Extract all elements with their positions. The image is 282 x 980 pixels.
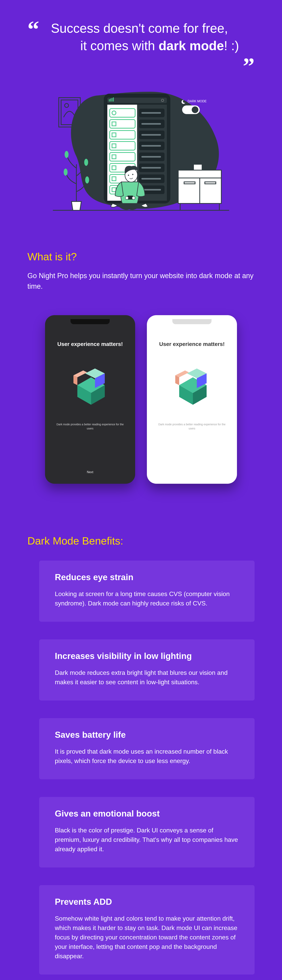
benefit-title: Increases visibility in low lighting — [55, 651, 239, 661]
svg-rect-11 — [110, 99, 111, 102]
svg-rect-34 — [141, 112, 161, 114]
benefit-card: Saves battery lifeIt is proved that dark… — [39, 718, 255, 779]
svg-point-67 — [128, 175, 129, 176]
phone-light-sub: Dark mode provides a better reading expe… — [158, 422, 226, 431]
phone-notch-icon — [70, 319, 110, 324]
quote-line-1: Success doesn't come for free, — [51, 20, 243, 37]
benefits-heading: Dark Mode Benefits: — [27, 535, 255, 547]
svg-rect-62 — [193, 164, 202, 170]
svg-rect-42 — [141, 156, 161, 158]
what-is-it-body: Go Night Pro helps you instantly turn yo… — [27, 270, 255, 292]
benefit-card: Increases visibility in low lightingDark… — [39, 640, 255, 700]
benefit-card: Prevents ADDSomehow white light and colo… — [39, 885, 255, 975]
svg-rect-13 — [113, 97, 114, 102]
benefit-body: Looking at screen for a long time causes… — [55, 589, 239, 608]
svg-rect-10 — [109, 99, 110, 102]
phone-light: User experience matters! Dark mode provi… — [147, 315, 237, 484]
svg-rect-36 — [141, 123, 161, 125]
svg-rect-55 — [205, 182, 216, 184]
phone-light-art — [168, 362, 216, 410]
phone-light-title: User experience matters! — [159, 340, 225, 348]
benefit-title: Saves battery life — [55, 730, 239, 740]
phone-dark-art — [66, 362, 114, 410]
quote-line-2: it comes with dark mode! :) — [51, 37, 243, 54]
benefit-body: Somehow white light and colors tend to m… — [55, 914, 239, 961]
svg-point-5 — [63, 169, 68, 176]
svg-point-6 — [85, 177, 89, 183]
svg-rect-38 — [141, 134, 161, 136]
benefit-body: It is proved that dark mode uses an incr… — [55, 747, 239, 765]
benefit-card: Gives an emotional boostBlack is the col… — [39, 797, 255, 867]
svg-rect-12 — [112, 98, 112, 102]
svg-point-61 — [200, 153, 204, 161]
benefit-card: Reduces eye strainLooking at screen for … — [39, 560, 255, 622]
benefit-title: Gives an emotional boost — [55, 809, 239, 818]
benefit-title: Reduces eye strain — [55, 572, 239, 582]
benefit-title: Prevents ADD — [55, 897, 239, 907]
phone-mockups: User experience matters! Dark mode provi… — [27, 315, 255, 484]
svg-point-4 — [84, 159, 88, 166]
dark-mode-label: DARK MODE — [188, 100, 207, 103]
svg-marker-81 — [175, 371, 189, 377]
svg-point-2 — [65, 103, 68, 107]
svg-point-68 — [132, 174, 133, 175]
benefit-body: Black is the color of prestige. Dark UI … — [55, 826, 239, 854]
svg-rect-44 — [141, 167, 161, 169]
svg-rect-54 — [184, 182, 195, 184]
svg-marker-74 — [73, 371, 87, 377]
svg-point-65 — [132, 196, 135, 199]
benefit-body: Dark mode reduces extra bright light tha… — [55, 668, 239, 687]
svg-rect-46 — [141, 178, 161, 180]
phone-dark-title: User experience matters! — [57, 340, 123, 348]
phone-dark-cta: Next — [87, 470, 93, 474]
what-is-it-heading: What is it? — [27, 250, 255, 262]
phone-dark-sub: Dark mode provides a better reading expe… — [56, 422, 124, 431]
svg-rect-9 — [107, 98, 167, 103]
svg-point-60 — [191, 151, 195, 158]
svg-rect-40 — [141, 145, 161, 146]
phone-dark: User experience matters! Dark mode provi… — [45, 315, 135, 484]
svg-point-64 — [125, 196, 128, 199]
svg-point-50 — [192, 107, 198, 113]
svg-point-3 — [65, 151, 68, 158]
hero-quote: “ Success doesn't come for free, it come… — [27, 12, 255, 59]
phone-notch-icon — [172, 319, 211, 324]
hero-illustration: DARK MODE — [53, 86, 229, 211]
